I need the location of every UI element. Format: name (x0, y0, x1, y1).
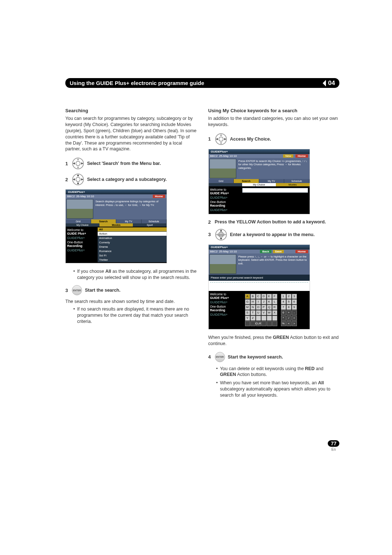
svg-marker-23 (216, 234, 218, 236)
ss-sub-mychoice: My Choice (66, 223, 99, 227)
left-step-2: 2 Select a category and a subcategory. (65, 173, 197, 186)
step-number: 2 (208, 219, 212, 225)
page-footer: 77 En (328, 440, 339, 451)
ss-sub-movies: Movies (276, 183, 310, 186)
chapter-title: Using the GUIDE Plus+ electronic program… (70, 80, 204, 86)
bullet-dot-icon: • (73, 268, 75, 281)
svg-marker-9 (77, 183, 79, 185)
page-language: En (328, 447, 339, 451)
ss-sub-mychoice: My Choice (242, 183, 276, 186)
ss-tab-schedule: Schedule (284, 179, 310, 183)
ss-guide-logo-icon: GUIDEPlus+ (210, 208, 239, 212)
searching-paragraph: You can search for programmes by categor… (65, 116, 197, 152)
step-number: 1 (208, 136, 212, 142)
ss-date: 25-May 10:10 (219, 154, 237, 158)
ss-input-underline (210, 282, 308, 289)
svg-marker-5 (81, 162, 83, 165)
ss-description: Search displays programme listings by ca… (94, 198, 167, 219)
step-label: Press the YELLOW Action button to add a … (215, 219, 326, 224)
ss-tab-search: Search (234, 179, 259, 183)
svg-marker-17 (224, 138, 226, 140)
chapter-number: 04 (328, 80, 335, 87)
ss-cat-action: Action (98, 232, 167, 236)
ss-guide-logo-icon: GUIDEPlus+ (210, 300, 239, 304)
step-label: Select 'Search' from the Menu bar. (87, 161, 161, 166)
ss-sub-blank (209, 183, 242, 186)
ss-cat-animation: Animation (98, 236, 167, 240)
ss-side-panel: Welcome to GUIDE Plus+ GUIDEPlus+ One-Bu… (209, 186, 241, 214)
ss-channel: BBC2 (210, 154, 218, 158)
right-column: Using My Choice keywords for a search In… (208, 108, 340, 403)
dpad-icon (215, 133, 227, 145)
mychoice-paragraph: In addition to the standard categories, … (208, 116, 340, 128)
ss-side-panel: Welcome to GUIDE Plus+ GUIDEPlus+ One-Bu… (66, 227, 98, 263)
ss-welcome: Welcome to (210, 188, 239, 191)
ss-onebutton: One-Button (210, 200, 239, 204)
step-label: Start the keyword search. (228, 355, 283, 360)
bullet-no-results: • If no search results are displayed, it… (73, 306, 197, 325)
ss-home-button: Home (295, 250, 308, 253)
chapter-triangle-icon (323, 80, 326, 86)
enter-button-icon: ENTER (72, 285, 82, 295)
ss-recording: Recording (210, 308, 239, 312)
ss-sub-sport: Sport (133, 223, 167, 227)
ss-tab-schedule: Schedule (142, 219, 167, 223)
bullet-dot-icon: • (216, 380, 218, 398)
ss-back-button: Back (260, 250, 271, 253)
ss-guideplus: GUIDE Plus+ (67, 232, 96, 235)
ss-channel: BBC2 (210, 250, 218, 253)
ss-onebutton: One-Button (67, 240, 96, 244)
bullet-all-subcategory: • If you choose All as the subcategory, … (73, 268, 197, 281)
svg-point-7 (76, 177, 80, 182)
ss-recording: Recording (67, 244, 96, 248)
ss-side-panel: Welcome to GUIDE Plus+ GUIDEPlus+ One-Bu… (209, 291, 241, 329)
ss-date: 25-May 10:10 (219, 250, 237, 253)
ss-save-button: Save (273, 250, 284, 253)
ss-guide-logo-icon: GUIDEPlus+ (210, 196, 239, 199)
ss-top-bar: BBC2 26-May 10:10 Home (66, 194, 167, 198)
mychoice-heading: Using My Choice keywords for a search (208, 108, 340, 113)
svg-marker-2 (77, 158, 79, 160)
right-step-4: 4 ENTER Start the keyword search. (208, 352, 340, 362)
svg-marker-8 (77, 174, 79, 176)
searching-heading: Searching (65, 108, 197, 113)
ss-prompt: Please enter your personal search keywor… (209, 275, 310, 281)
ss-tab-search: Search (91, 219, 117, 223)
ss-guide-logo-icon: GUIDEPlus+ (67, 236, 96, 240)
ss-home-button: Home (295, 154, 308, 158)
ss-empty-list (241, 186, 310, 214)
ss-tabs: Grid Search My TV Schedule (66, 219, 167, 223)
ss-input-field (242, 188, 308, 193)
ss-logo: GUIDEPlus+ (209, 245, 310, 250)
guide-screenshot-search: GUIDEPlus+ BBC2 26-May 10:10 Home Search… (65, 189, 167, 263)
svg-marker-4 (73, 162, 75, 165)
ss-home-button: Home (153, 195, 165, 198)
ss-cat-all: All (98, 227, 167, 232)
step-number: 2 (65, 177, 69, 182)
svg-point-13 (219, 137, 223, 141)
ss-guideplus: GUIDE Plus+ (210, 191, 239, 195)
svg-text:ENTER: ENTER (218, 234, 224, 236)
left-step-3: 3 ENTER Start the search. (65, 285, 197, 295)
svg-marker-15 (220, 142, 222, 144)
ss-tab-grid: Grid (66, 219, 91, 223)
ss-tab-mytv: My TV (259, 179, 285, 183)
enter-button-icon: ENTER (215, 352, 225, 362)
chapter-indicator: 04 (323, 80, 335, 87)
chapter-header: Using the GUIDE Plus+ electronic program… (65, 78, 339, 88)
left-step-1: 1 Select 'Search' from the Menu bar. (65, 157, 197, 170)
ss-cat-scifi: Sci Fi (98, 254, 167, 258)
step-number: 3 (65, 288, 69, 293)
step-label: Select a category and a subcategory. (87, 177, 167, 182)
ss-guideplus: GUIDE Plus+ (210, 296, 239, 300)
svg-marker-22 (220, 238, 222, 240)
left-column: Searching You can search for programmes … (65, 108, 197, 403)
ss-guide-logo-icon: GUIDEPlus+ (67, 248, 96, 252)
ss-welcome: Welcome to (67, 228, 96, 232)
ss-subrow: My Choice Movies Sport (66, 223, 167, 227)
ss-keyboard-num: 1234567890+-*/=%<> (281, 294, 297, 326)
ss-welcome: Welcome to (210, 292, 239, 296)
ss-logo: GUIDEPlus+ (66, 190, 167, 194)
svg-marker-10 (73, 178, 75, 181)
right-step-1: 1 Access My Choice. (208, 133, 340, 145)
